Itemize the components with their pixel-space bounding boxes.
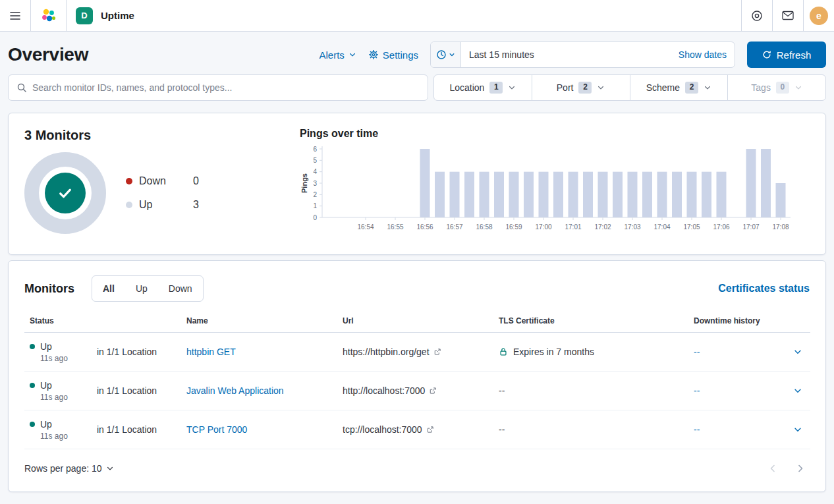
table-header-row: Status Name Url TLS Certificate Downtime… <box>24 310 810 333</box>
svg-text:17:05: 17:05 <box>683 223 700 231</box>
settings-label: Settings <box>383 49 418 61</box>
tls-expiry: -- <box>499 385 505 396</box>
chevron-down-icon <box>597 84 605 92</box>
search-bar <box>8 74 428 101</box>
prev-page-button[interactable] <box>767 463 778 474</box>
filter-tags-count-badge: 0 <box>776 82 789 93</box>
svg-text:5: 5 <box>313 157 317 164</box>
help-button[interactable] <box>741 0 772 32</box>
table-row: Up 11s ago in 1/1 Location Javalin Web A… <box>24 372 810 410</box>
legend-down-value: 0 <box>193 175 199 187</box>
svg-text:17:01: 17:01 <box>565 223 581 231</box>
expand-row-button[interactable] <box>791 386 805 395</box>
monitor-name-link[interactable]: Javalin Web Application <box>186 385 284 396</box>
chevron-down-icon <box>106 464 114 472</box>
table-row: Up 11s ago in 1/1 Location TCP Port 7000… <box>24 410 810 449</box>
external-link-icon[interactable] <box>433 348 441 356</box>
expand-row-button[interactable] <box>791 425 805 434</box>
status-ago: 11s ago <box>40 393 86 402</box>
pings-over-time-chart: 012345616:5416:5516:5616:5716:5816:5917:… <box>300 144 797 242</box>
svg-text:17:08: 17:08 <box>772 223 789 231</box>
table-row: Up 11s ago in 1/1 Location httpbin GET h… <box>24 333 810 372</box>
filter-location[interactable]: Location 1 <box>434 75 532 100</box>
refresh-button[interactable]: Refresh <box>747 42 826 68</box>
filter-port[interactable]: Port 2 <box>532 75 630 100</box>
elastic-logo[interactable] <box>31 8 66 24</box>
svg-text:16:59: 16:59 <box>505 223 522 231</box>
monitors-card: Monitors All Up Down Certificates status… <box>8 260 826 492</box>
filter-tags[interactable]: Tags 0 <box>727 75 825 100</box>
space-avatar[interactable]: D <box>76 7 93 24</box>
tab-all[interactable]: All <box>92 276 125 301</box>
menu-button[interactable] <box>0 0 31 32</box>
down-dot <box>126 178 132 184</box>
newsfeed-icon <box>782 11 794 20</box>
rows-per-page-label: Rows per page: 10 <box>24 463 102 474</box>
monitors-title: Monitors <box>24 282 74 296</box>
monitor-url: tcp://localhost:7000 <box>343 424 422 435</box>
col-tls: TLS Certificate <box>493 310 688 333</box>
overview-card: 3 Monitors Down 0 Up 3 <box>8 113 826 255</box>
svg-text:16:55: 16:55 <box>387 223 403 231</box>
show-dates-button[interactable]: Show dates <box>671 42 735 67</box>
settings-button[interactable]: Settings <box>368 49 418 61</box>
svg-text:Pings: Pings <box>300 173 308 193</box>
next-page-button[interactable] <box>795 463 806 474</box>
monitor-location: in 1/1 Location <box>97 424 157 435</box>
pagination <box>767 463 810 474</box>
help-icon <box>751 10 763 22</box>
refresh-icon <box>762 50 771 59</box>
chevron-down-icon <box>348 51 356 59</box>
legend-down-label: Down <box>139 175 176 187</box>
check-icon <box>57 184 74 202</box>
search-input[interactable] <box>32 82 420 93</box>
certificates-status-link[interactable]: Certificates status <box>718 283 810 294</box>
table-footer: Rows per page: 10 <box>24 457 810 480</box>
newsfeed-button[interactable] <box>772 0 803 32</box>
quick-select-button[interactable] <box>431 42 461 67</box>
status-filter-group: All Up Down <box>92 275 204 302</box>
svg-text:17:04: 17:04 <box>653 223 670 231</box>
status-ok-circle <box>45 173 86 213</box>
monitor-name-link[interactable]: httpbin GET <box>186 347 236 357</box>
downtime-history: -- <box>694 385 700 396</box>
downtime-history: -- <box>694 424 700 435</box>
rows-per-page-button[interactable]: Rows per page: 10 <box>24 463 114 474</box>
downtime-history: -- <box>694 347 700 357</box>
chevron-left-icon <box>767 463 778 474</box>
status-text: Up <box>40 380 52 391</box>
time-range-value[interactable]: Last 15 minutes <box>461 42 671 67</box>
legend-up-value: 3 <box>193 199 199 211</box>
pings-chart-title: Pings over time <box>300 128 810 140</box>
external-link-icon[interactable] <box>426 426 434 434</box>
filter-group: Location 1 Port 2 Scheme 2 Tags 0 <box>433 74 826 101</box>
monitor-name-link[interactable]: TCP Port 7000 <box>186 424 247 435</box>
topbar: D Uptime e <box>0 0 834 32</box>
hamburger-icon <box>10 11 20 20</box>
tab-up[interactable]: Up <box>125 276 158 301</box>
gear-icon <box>368 49 379 60</box>
svg-text:17:00: 17:00 <box>535 223 551 231</box>
filter-scheme-label: Scheme <box>646 82 680 93</box>
alerts-label: Alerts <box>319 49 344 61</box>
filter-location-count-badge: 1 <box>489 82 503 93</box>
alerts-dropdown[interactable]: Alerts <box>319 49 356 61</box>
external-link-icon[interactable] <box>429 387 437 395</box>
topbar-divider <box>66 0 67 32</box>
expand-row-button[interactable] <box>791 347 805 356</box>
page-title: Overview <box>8 44 88 65</box>
col-expand <box>785 310 810 333</box>
status-ago: 11s ago <box>40 354 86 363</box>
monitor-url: https://httpbin.org/get <box>343 347 430 357</box>
search-icon <box>16 82 27 93</box>
status-ago: 11s ago <box>40 432 86 441</box>
user-menu-button[interactable]: e <box>803 0 834 32</box>
chevron-down-icon <box>793 347 802 356</box>
refresh-label: Refresh <box>777 49 812 61</box>
app-title: Uptime <box>101 10 134 21</box>
svg-text:17:03: 17:03 <box>624 223 640 231</box>
tab-down[interactable]: Down <box>158 276 203 301</box>
status-donut-chart <box>24 152 106 234</box>
filter-scheme[interactable]: Scheme 2 <box>630 75 728 100</box>
col-status: Status <box>24 310 92 333</box>
